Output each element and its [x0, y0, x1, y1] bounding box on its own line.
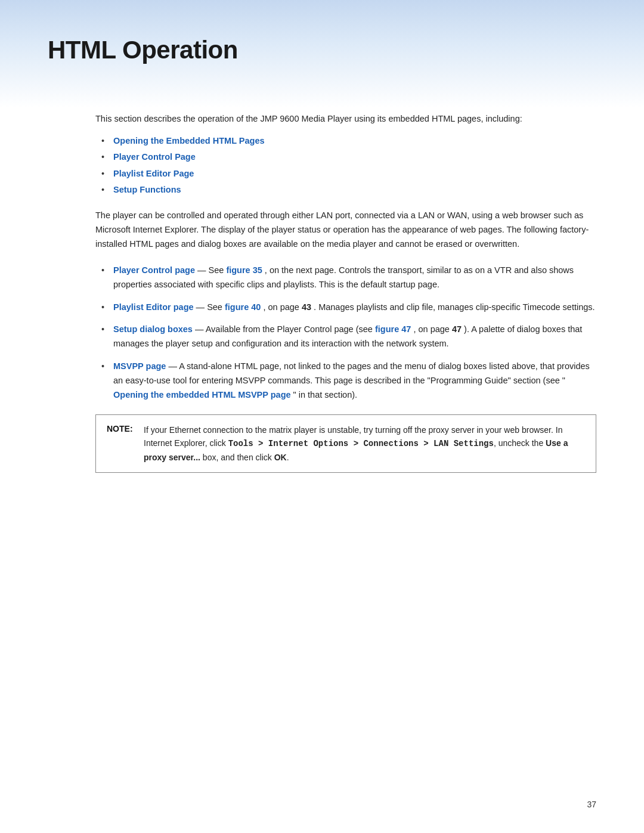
bullet-links-list: Opening the Embedded HTML Pages Player C…: [95, 134, 596, 197]
content-area: This section describes the operation of …: [95, 112, 596, 473]
term-playlist-editor: Playlist Editor page: [113, 302, 194, 312]
link-msvpp-page[interactable]: Opening the embedded HTML MSVPP page: [113, 390, 291, 400]
list-item: Playlist Editor page — See figure 40 , o…: [101, 301, 596, 315]
link-opening-html[interactable]: Opening the Embedded HTML Pages: [113, 136, 265, 145]
link-playlist-editor[interactable]: Playlist Editor Page: [113, 169, 194, 178]
dash-text: — See: [197, 265, 226, 275]
rest-text: , on page: [413, 324, 452, 334]
list-item: MSVPP page — A stand-alone HTML page, no…: [101, 360, 596, 402]
list-item: Opening the Embedded HTML Pages: [101, 134, 596, 148]
fig-link-40[interactable]: figure 40: [225, 302, 261, 312]
detail-list: Player Control page — See figure 35 , on…: [95, 264, 596, 402]
fig-link-47[interactable]: figure 47: [375, 324, 411, 334]
term-player-control: Player Control page: [113, 265, 195, 275]
list-item: Player Control page — See figure 35 , on…: [101, 264, 596, 292]
note-bold-ok: OK: [274, 453, 287, 462]
dash-text: — See: [196, 302, 225, 312]
link-player-control[interactable]: Player Control Page: [113, 152, 196, 162]
note-label: NOTE:: [107, 424, 134, 433]
note-content: If your Ethernet connection to the matri…: [144, 423, 585, 464]
note-mono-tools: Tools > Internet Options > Connections >…: [228, 439, 494, 448]
list-item: Playlist Editor Page: [101, 167, 596, 181]
dash-text: — A stand-alone HTML page, not linked to…: [113, 361, 590, 385]
rest-text: , on page: [263, 302, 302, 312]
rest-text: " in that section).: [293, 390, 358, 400]
list-item: Setup dialog boxes — Available from the …: [101, 323, 596, 351]
intro-paragraph: This section describes the operation of …: [95, 112, 596, 126]
list-item: Player Control Page: [101, 150, 596, 164]
page-num-47: 47: [452, 324, 462, 334]
page-number: 37: [587, 800, 596, 809]
page-num-43: 43: [302, 302, 311, 312]
body-paragraph: The player can be controlled and operate…: [95, 209, 596, 252]
rest-text-2: . Manages playlists and clip file, manag…: [314, 302, 595, 312]
list-item: Setup Functions: [101, 183, 596, 197]
note-box: NOTE: If your Ethernet connection to the…: [95, 414, 596, 473]
term-msvpp: MSVPP page: [113, 361, 166, 371]
page-title: HTML Operation: [48, 36, 596, 64]
link-setup-functions[interactable]: Setup Functions: [113, 185, 181, 194]
dash-text: — Available from the Player Control page…: [195, 324, 375, 334]
fig-link-35[interactable]: figure 35: [226, 265, 262, 275]
term-setup-dialog: Setup dialog boxes: [113, 324, 193, 334]
